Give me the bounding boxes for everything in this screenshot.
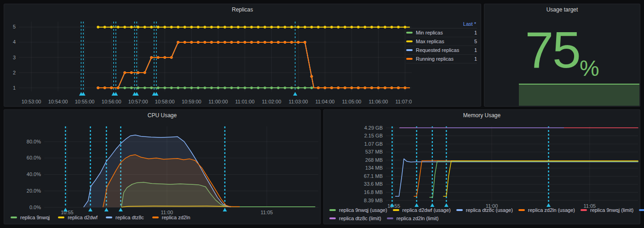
series-replica-9nwqj-usage- [430,161,638,197]
legend-item-9nwqj-limit[interactable]: replica 9nwqj (limit) [581,207,633,213]
svg-text:10:53:00: 10:53:00 [22,99,41,104]
legend-value: 1 [470,47,477,53]
annotation-marker [119,208,123,211]
annotation-marker [223,208,227,211]
legend-item-max-replicas[interactable]: Max replicas 5 [406,37,477,46]
y-axis-labels: 0.0%20.0%40.0%60.0%80.0% [27,139,41,210]
series-swatch [329,217,336,219]
annotation-marker [88,208,92,211]
series-swatch [406,49,413,51]
svg-text:8.39 MB: 8.39 MB [364,198,383,203]
svg-text:11:05: 11:05 [261,210,273,215]
panel-title-replicas[interactable]: Replicas [4,6,481,13]
svg-text:11:02:00: 11:02:00 [262,99,281,104]
svg-text:537 MB: 537 MB [365,149,383,154]
series-swatch [581,209,587,211]
svg-text:11:04:00: 11:04:00 [315,99,334,104]
svg-text:268 MB: 268 MB [365,157,383,163]
svg-text:10:58:00: 10:58:00 [155,99,175,104]
grid [386,126,638,203]
annotation-marker [104,208,109,211]
panel-replicas: Replicas 1234510:53:0010:54:0010:55:0010… [4,4,481,107]
panel-cpu-usage: CPU Usage 0.0%20.0%40.0%60.0%80.0%10:551… [4,109,321,224]
svg-text:40.0%: 40.0% [27,171,41,177]
series-replica-d2dwf-usage- [443,161,638,196]
annotation-lines[interactable] [390,126,551,207]
svg-text:11:00:00: 11:00:00 [208,99,228,104]
annotation-marker [293,92,297,96]
y-axis-labels: 4.29 GB2.15 GB1.07 GB537 MB268 MB134 MB6… [364,125,383,203]
legend-item-9nwqj-usage[interactable]: replica 9nwqj (usage) [329,207,387,213]
series-swatch [639,209,644,211]
series-swatch [393,209,399,211]
svg-text:11:07:00: 11:07:00 [395,99,412,104]
legend-item-zd2ln-usage[interactable]: replica zd2ln (usage) [518,207,575,213]
series-swatch [329,209,336,211]
stat-number: 75 [525,24,580,76]
replicas-legend: Last * Min replicas 1 Max replicas 5 Req… [406,20,477,63]
svg-text:134 MB: 134 MB [365,165,383,171]
memory-legend-row1: replica 9nwqj (usage) replica d2dwf (usa… [329,207,644,213]
legend-item-running-replicas[interactable]: Running replicas 1 [406,55,477,63]
svg-text:20.0%: 20.0% [27,188,41,194]
series-swatch [406,40,413,42]
panel-title-cpu[interactable]: CPU Usage [4,112,320,119]
legend-value: 1 [470,30,477,35]
cpu-chart[interactable]: 0.0%20.0%40.0%60.0%80.0%10:5511:0011:05 [4,121,321,217]
memory-chart[interactable]: 4.29 GB2.15 GB1.07 GB537 MB268 MB134 MB6… [324,121,641,217]
series-replica-zd2ln-usage- [414,161,638,197]
svg-text:67.1 MB: 67.1 MB [364,173,383,179]
series-swatch [106,217,112,218]
svg-text:5: 5 [13,24,16,29]
annotation-lines[interactable] [79,22,297,96]
legend-item-min-replicas[interactable]: Min replicas 1 [406,28,477,37]
svg-text:60.0%: 60.0% [27,155,41,160]
series-swatch [406,58,413,60]
series-swatch [518,209,525,211]
series-replica-zd2ln [103,155,240,207]
panel-usage-target: Usage target 75 % [484,4,640,107]
series-swatch [387,217,393,219]
legend-item-replica-dtz8c[interactable]: replica dtz8c [106,215,144,220]
series-swatch [58,217,64,218]
legend-item-replica-zd2ln[interactable]: replica zd2ln [152,215,190,220]
x-axis-labels: 10:53:0010:54:0010:55:0010:56:0010:57:00… [22,99,412,104]
svg-text:16.8 MB: 16.8 MB [364,189,383,195]
legend-item-d2dwf-usage[interactable]: replica d2dwf (usage) [393,207,451,213]
legend-item-zd2ln-limit[interactable]: replica zd2ln (limit) [387,216,439,221]
stat-unit: % [580,57,599,80]
memory-legend-row2: replica dtz8c (limit) replica zd2ln (lim… [329,216,438,221]
svg-text:3: 3 [13,55,16,60]
usage-target-value: 75 % [484,18,640,82]
svg-text:4.29 GB: 4.29 GB [364,125,383,131]
svg-text:10:54:00: 10:54:00 [48,99,68,104]
y-axis-labels: 12345 [13,24,16,90]
panel-title-usage-target[interactable]: Usage target [484,6,640,13]
svg-text:0.0%: 0.0% [29,205,41,210]
dashboard: Replicas 1234510:53:0010:54:0010:55:0010… [0,0,644,228]
svg-text:10:55:00: 10:55:00 [75,99,95,104]
cpu-legend: replica 9nwqj replica d2dwf replica dtz8… [11,215,190,220]
legend-item-replica-d2dwf[interactable]: replica d2dwf [58,215,98,220]
annotation-marker [430,203,434,207]
legend-item-dtz8c-limit[interactable]: replica dtz8c (limit) [329,216,381,221]
legend-sort-header[interactable]: Last * [406,20,477,28]
legend-value: 5 [470,39,477,44]
legend-item-replica-9nwqj[interactable]: replica 9nwqj [11,215,50,220]
svg-text:10:57:00: 10:57:00 [128,99,148,104]
panel-memory-usage: Memory Usage 4.29 GB2.15 GB1.07 GB537 MB… [323,109,640,224]
svg-text:2: 2 [13,70,16,75]
svg-text:11:03:00: 11:03:00 [288,99,308,104]
legend-item-d2dwf-limit[interactable]: replica d2dwf (limit) [639,207,644,213]
series-swatch [406,32,413,34]
annotation-marker [414,203,419,207]
svg-text:11:05:00: 11:05:00 [342,99,361,104]
panel-title-memory[interactable]: Memory Usage [324,112,640,119]
legend-item-requested-replicas[interactable]: Requested replicas 1 [406,46,477,55]
legend-item-dtz8c-usage[interactable]: replica dtz8c (usage) [456,207,513,213]
series-swatch [456,209,463,211]
svg-text:4: 4 [13,39,16,45]
replicas-chart[interactable]: 1234510:53:0010:54:0010:55:0010:56:0010:… [5,17,412,105]
series-swatch [152,217,159,218]
svg-text:11:01:00: 11:01:00 [235,99,254,104]
